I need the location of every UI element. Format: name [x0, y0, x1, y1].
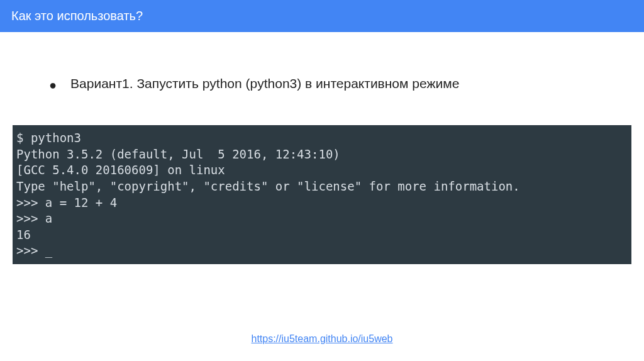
- slide-header: Как это использовать?: [0, 0, 644, 32]
- slide-content: ● Вариант1. Запустить python (python3) в…: [0, 32, 644, 264]
- terminal-output: $ python3 Python 3.5.2 (default, Jul 5 2…: [13, 125, 631, 264]
- bullet-dot-icon: ●: [49, 76, 57, 94]
- footer-link[interactable]: https://iu5team.github.io/iu5web: [251, 333, 392, 344]
- slide-title: Как это использовать?: [11, 9, 143, 23]
- footer: https://iu5team.github.io/iu5web: [0, 333, 644, 345]
- bullet-item: ● Вариант1. Запустить python (python3) в…: [38, 76, 606, 94]
- bullet-text: Вариант1. Запустить python (python3) в и…: [70, 76, 459, 91]
